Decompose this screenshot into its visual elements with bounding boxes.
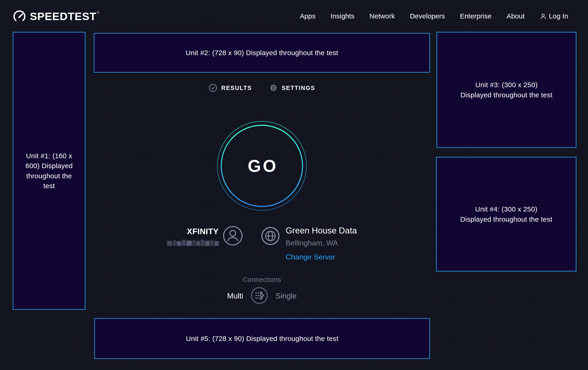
ad-unit-2-label: Unit #2: (728 x 90) Displayed throughout… — [186, 48, 338, 58]
login-label: Log In — [549, 12, 568, 20]
speedometer-gauge-icon — [13, 10, 26, 23]
ad-unit-1[interactable]: Unit #1: (160 x 600) Displayed throughou… — [13, 32, 85, 310]
nav-item-insights[interactable]: Insights — [330, 12, 354, 20]
speedtest-logo[interactable]: SPEEDTEST® — [13, 10, 100, 23]
nav-item-enterprise[interactable]: Enterprise — [460, 12, 492, 20]
multi-connection-arrows-icon[interactable] — [251, 287, 268, 305]
connections-section: Connections Multi Single — [94, 276, 430, 305]
person-icon — [540, 13, 547, 20]
server-location: Bellingham, WA — [286, 239, 357, 247]
main-nav: Apps Insights Network Developers Enterpr… — [300, 12, 568, 20]
tab-results[interactable]: RESULTS — [209, 83, 252, 92]
ad-unit-1-label: Unit #1: (160 x 600) Displayed throughou… — [24, 151, 74, 191]
tab-results-label: RESULTS — [221, 85, 252, 91]
ad-unit-3-label: Unit #3: (300 x 250) Displayed throughou… — [460, 80, 553, 100]
go-area: GO — [94, 121, 430, 211]
server-name: Green House Data — [286, 226, 357, 236]
person-circle-icon — [223, 226, 243, 246]
connections-toggle-row: Multi Single — [227, 287, 296, 305]
ad-unit-4[interactable]: Unit #4: (300 x 250) Displayed throughou… — [436, 157, 577, 271]
globe-icon — [261, 227, 280, 245]
top-nav-bar: SPEEDTEST® Apps Insights Network Develop… — [0, 0, 588, 32]
connections-multi-label[interactable]: Multi — [227, 291, 243, 300]
tab-settings-label: SETTINGS — [282, 85, 315, 91]
nav-item-developers[interactable]: Developers — [410, 12, 445, 20]
go-button[interactable]: GO — [217, 121, 307, 211]
ad-unit-3[interactable]: Unit #3: (300 x 250) Displayed throughou… — [437, 32, 577, 148]
connections-label: Connections — [243, 276, 281, 283]
isp-name: XFINITY — [187, 227, 219, 236]
ad-unit-2[interactable]: Unit #2: (728 x 90) Displayed throughout… — [94, 33, 430, 73]
ad-unit-5-label: Unit #5: (728 x 90) Displayed throughout… — [186, 334, 338, 344]
nav-item-about[interactable]: About — [506, 12, 525, 20]
gear-icon — [269, 83, 278, 92]
connections-single-label[interactable]: Single — [275, 291, 297, 300]
change-server-link[interactable]: Change Server — [286, 253, 357, 261]
nav-item-network[interactable]: Network — [369, 12, 395, 20]
check-circle-icon — [209, 83, 217, 92]
ad-unit-5[interactable]: Unit #5: (728 x 90) Displayed throughout… — [94, 318, 430, 359]
tab-settings[interactable]: SETTINGS — [269, 83, 315, 92]
server-info: Green House Data Bellingham, WA Change S… — [261, 224, 357, 261]
login-button[interactable]: Log In — [540, 12, 568, 20]
ad-unit-4-label: Unit #4: (300 x 250) Displayed throughou… — [460, 204, 552, 224]
go-button-label: GO — [217, 121, 307, 211]
tabs-row: RESULTS SETTINGS — [94, 83, 430, 92]
logo-wordmark: SPEEDTEST® — [30, 10, 100, 23]
hosts-row: XFINITY Green House Data Bellingham, W — [94, 224, 430, 261]
ip-address-redacted — [167, 240, 219, 246]
isp-info: XFINITY — [167, 224, 243, 261]
nav-item-apps[interactable]: Apps — [300, 12, 315, 20]
